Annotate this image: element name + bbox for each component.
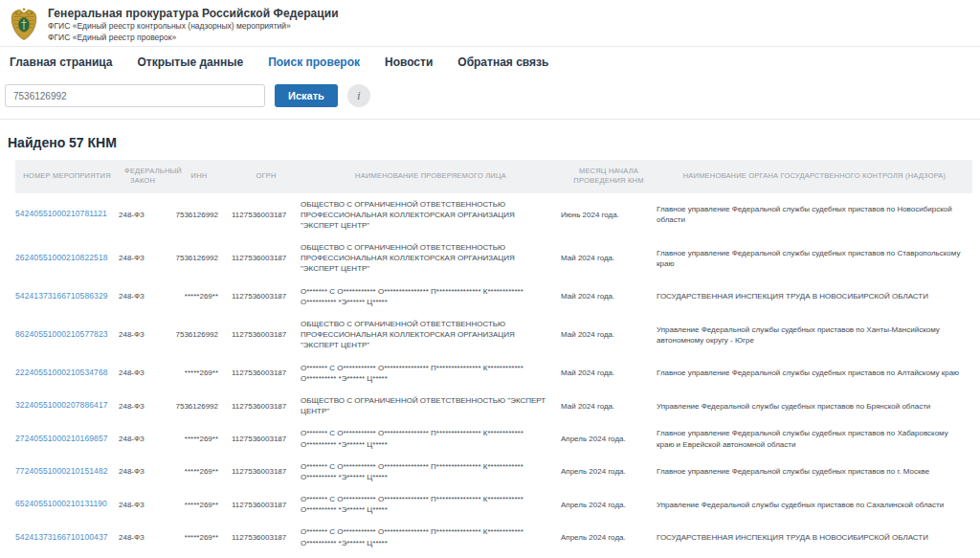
table-row: 26240551000210822518 248-ФЗ 7536126992 1… [15, 236, 972, 280]
cell-subject-name: О******* С О*********** О***************… [301, 357, 561, 390]
table-row: 86240551000210577823 248-ФЗ 7536126992 1… [15, 313, 972, 357]
nav-item-open-data[interactable]: Открытые данные [138, 56, 244, 69]
table-row: 27240551000210169857 248-ФЗ *****269** 1… [15, 422, 972, 455]
cell-event-number: 77240551000209867580 [15, 554, 119, 558]
cell-ogrn: 1127536003187 [232, 236, 301, 280]
cell-ogrn: 1127536003187 [232, 554, 301, 558]
fgis-subtitle-1: ФГИС «Единый реестр контрольных (надзорн… [48, 21, 339, 32]
cell-control-organ: Главное управление Федеральной службы су… [657, 357, 972, 390]
search-input[interactable] [5, 84, 265, 107]
cell-start-month: Май 2024 года. [561, 280, 657, 313]
cell-event-number: 26240551000210822518 [15, 236, 119, 280]
cell-control-organ: Управление Федеральной службы судебных п… [657, 488, 972, 521]
cell-inn: *****269** [167, 554, 232, 558]
cell-event-number: 27240551000210169857 [15, 422, 119, 455]
table-row: 77240551000209867580 248-ФЗ *****269** 1… [15, 554, 972, 558]
cell-subject-name: ОБЩЕСТВО С ОГРАНИЧЕННОЙ ОТВЕТСТВЕННОСТЬЮ… [301, 236, 561, 280]
cell-start-month: Май 2024 года. [561, 313, 657, 357]
col-header-inn: ИНН [167, 160, 232, 192]
cell-inn: *****269** [167, 422, 232, 455]
info-icon[interactable]: i [347, 84, 370, 107]
cell-federal-law: 248-ФЗ [119, 357, 167, 390]
cell-event-number: 54241373166710100437 [15, 521, 119, 553]
event-number-link[interactable]: 26240551000210822518 [15, 253, 108, 262]
cell-ogrn: 1127536003187 [232, 357, 301, 390]
cell-federal-law: 248-ФЗ [119, 313, 167, 357]
cell-subject-name: ОБЩЕСТВО С ОГРАНИЧЕННОЙ ОТВЕТСТВЕННОСТЬЮ… [301, 193, 561, 237]
cell-start-month: Апрель 2024 года. [561, 521, 657, 553]
cell-ogrn: 1127536003187 [232, 456, 301, 488]
cell-ogrn: 1127536003187 [232, 313, 301, 357]
cell-control-organ: Управление Федеральной службы судебных п… [657, 390, 972, 422]
cell-control-organ: Главное управление Федеральной службы су… [657, 554, 972, 558]
cell-event-number: 54240551000210781121 [15, 193, 119, 237]
event-number-link[interactable]: 54241373166710586329 [15, 291, 108, 301]
cell-federal-law: 248-ФЗ [119, 488, 167, 521]
col-header-ogrn: ОГРН [232, 160, 301, 192]
event-number-link[interactable]: 27240551000210169857 [15, 434, 108, 443]
cell-subject-name: О******* С О*********** О***************… [301, 554, 561, 558]
event-number-link[interactable]: 54240551000210781121 [15, 209, 107, 218]
cell-inn: *****269** [167, 280, 232, 313]
cell-subject-name: О******* С О*********** О***************… [301, 488, 561, 521]
cell-event-number: 22240551000210534768 [15, 357, 119, 390]
cell-inn: *****269** [167, 357, 232, 390]
cell-inn: 7536126992 [167, 390, 232, 422]
cell-federal-law: 248-ФЗ [119, 236, 167, 280]
cell-federal-law: 248-ФЗ [119, 422, 167, 455]
event-number-link[interactable]: 86240551000210577823 [15, 329, 108, 339]
cell-control-organ: Главное управление Федеральной службы су… [657, 422, 972, 455]
cell-subject-name: О******* С О*********** О***************… [301, 422, 561, 455]
cell-event-number: 86240551000210577823 [15, 313, 119, 357]
event-number-link[interactable]: 77240551000210151482 [15, 466, 108, 476]
cell-event-number: 54241373166710586329 [15, 280, 119, 313]
cell-start-month: Апрель 2024 года. [561, 456, 657, 488]
cell-event-number: 32240551000207886417 [15, 390, 119, 422]
cell-start-month: Июнь 2024 года. [561, 193, 657, 237]
results-table-header: НОМЕР МЕРОПРИЯТИЯ ФЕДЕРАЛЬНЫЙ ЗАКОН ИНН … [15, 160, 972, 192]
event-number-link[interactable]: 65240551000210131190 [15, 499, 107, 508]
results-table-body: 54240551000210781121 248-ФЗ 7536126992 1… [15, 193, 972, 558]
event-number-link[interactable]: 54241373166710100437 [15, 532, 108, 542]
nav-item-news[interactable]: Новости [385, 56, 433, 69]
cell-ogrn: 1127536003187 [232, 488, 301, 521]
table-row: 65240551000210131190 248-ФЗ *****269** 1… [15, 488, 972, 521]
org-title: Генеральная прокуратура Российской Федер… [48, 7, 339, 20]
nav-item-search-inspections[interactable]: Поиск проверок [268, 56, 360, 69]
event-number-link[interactable]: 22240551000210534768 [15, 368, 108, 377]
col-header-name: НАИМЕНОВАНИЕ ПРОВЕРЯЕМОГО ЛИЦА [301, 160, 561, 192]
cell-inn: *****269** [167, 521, 232, 553]
table-row: 32240551000207886417 248-ФЗ 7536126992 1… [15, 390, 972, 422]
nav-item-feedback[interactable]: Обратная связь [457, 56, 548, 69]
cell-inn: 7536126992 [167, 236, 232, 280]
results-count: Найдено 57 КНМ [8, 135, 980, 150]
cell-control-organ: Главное управление Федеральной службы су… [657, 236, 972, 280]
cell-subject-name: О******* С О*********** О***************… [301, 521, 561, 553]
cell-subject-name: О******* С О*********** О***************… [301, 456, 561, 488]
table-row: 54241373166710586329 248-ФЗ *****269** 1… [15, 280, 972, 313]
main-nav: Главная страница Открытые данные Поиск п… [0, 47, 980, 78]
cell-federal-law: 248-ФЗ [119, 456, 167, 488]
col-header-month: МЕСЯЦ НАЧАЛА ПРОВЕДЕНИЯ КНМ [561, 160, 657, 192]
col-header-organ: НАИМЕНОВАНИЕ ОРГАНА ГОСУДАРСТВЕННОГО КОН… [657, 160, 972, 192]
cell-ogrn: 1127536003187 [232, 422, 301, 455]
cell-control-organ: ГОСУДАРСТВЕННАЯ ИНСПЕКЦИЯ ТРУДА В НОВОСИ… [657, 521, 972, 553]
nav-item-main-page[interactable]: Главная страница [10, 56, 113, 69]
cell-ogrn: 1127536003187 [232, 390, 301, 422]
content-divider [0, 119, 980, 120]
cell-ogrn: 1127536003187 [232, 193, 301, 237]
app-header: Генеральная прокуратура Российской Федер… [0, 0, 980, 46]
cell-inn: *****269** [167, 488, 232, 521]
event-number-link[interactable]: 32240551000207886417 [15, 400, 108, 410]
header-titles: Генеральная прокуратура Российской Федер… [48, 5, 339, 42]
prosecutor-double-eagle-emblem-icon [10, 6, 38, 42]
search-button[interactable]: Искать [275, 84, 338, 107]
col-header-number: НОМЕР МЕРОПРИЯТИЯ [15, 160, 119, 192]
cell-federal-law: 248-ФЗ [119, 521, 167, 553]
cell-inn: *****269** [167, 456, 232, 488]
cell-subject-name: О******* С О*********** О***************… [301, 280, 561, 313]
cell-control-organ: ГОСУДАРСТВЕННАЯ ИНСПЕКЦИЯ ТРУДА В НОВОСИ… [657, 280, 972, 313]
table-row: 22240551000210534768 248-ФЗ *****269** 1… [15, 357, 972, 390]
cell-federal-law: 248-ФЗ [119, 280, 167, 313]
fgis-subtitle-2: ФГИС «Единый реестр проверок» [48, 33, 339, 43]
